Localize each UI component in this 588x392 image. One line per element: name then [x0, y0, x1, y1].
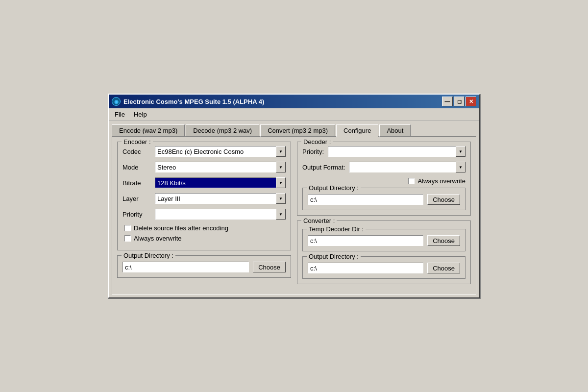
encoder-priority-select-wrapper: ▼ [155, 209, 286, 220]
temp-dir-input[interactable] [308, 235, 423, 246]
restore-button[interactable]: ◻ [454, 97, 465, 106]
right-panel: Decoder : Priority: ▼ Output Format: [297, 142, 471, 289]
encoder-group-label: Encoder : [122, 138, 153, 146]
converter-choose-button[interactable]: Choose [427, 263, 460, 273]
tab-encode[interactable]: Encode (wav 2 mp3) [112, 124, 185, 137]
encoder-priority-select[interactable] [155, 209, 286, 220]
layer-row: Layer Layer III Layer II Layer I ▼ [122, 193, 286, 204]
decoder-overwrite-row: Always overwrite [302, 177, 466, 185]
close-button[interactable]: ✕ [466, 97, 476, 106]
temp-decoder-dir-label: Temp Decoder Dir : [307, 225, 366, 233]
mode-label: Mode [122, 164, 151, 171]
converter-group-label: Converter : [301, 217, 337, 224]
converter-group: Converter : Temp Decoder Dir : Choose Ou… [297, 220, 471, 284]
codec-select-wrapper: Ec98Enc (c) Electronic Cosmo ▼ [155, 146, 286, 157]
title-bar: ◉ Electronic Cosmo's MPEG Suite 1.5 (ALP… [109, 95, 479, 108]
output-format-row: Output Format: ▼ [302, 162, 466, 172]
decoder-group: Decoder : Priority: ▼ Output Format: [297, 142, 471, 216]
encoder-output-dir-group: Output Directory : Choose [117, 255, 291, 278]
decoder-overwrite-label: Always overwrite [417, 177, 466, 185]
layer-label: Layer [122, 195, 151, 202]
encoder-priority-label: Priority [122, 211, 151, 218]
encoder-dir-input[interactable] [122, 262, 249, 272]
bitrate-label: Bitrate [122, 179, 151, 187]
decoder-overwrite-checkbox[interactable] [408, 178, 415, 184]
encoder-dir-row: Choose [122, 262, 286, 272]
delete-files-checkbox[interactable] [124, 225, 131, 231]
tab-bar: Encode (wav 2 mp3) Decode (mp3 2 wav) Co… [109, 121, 479, 136]
layer-select[interactable]: Layer III Layer II Layer I [155, 193, 286, 204]
temp-choose-button[interactable]: Choose [427, 235, 460, 246]
tab-about[interactable]: About [379, 124, 411, 137]
delete-files-label: Delete source files after encoding [134, 224, 228, 232]
mode-select-wrapper: Stereo Joint Stereo Mono ▼ [155, 162, 286, 172]
mode-select[interactable]: Stereo Joint Stereo Mono [155, 162, 286, 172]
bitrate-select-wrapper: 128 Kbit/s ▼ [155, 177, 286, 188]
encoder-overwrite-label: Always overwrite [134, 235, 182, 242]
converter-output-dir-label: Output Directory : [307, 253, 361, 260]
window-title: Electronic Cosmo's MPEG Suite 1.5 (ALPHA… [123, 98, 264, 105]
temp-decoder-dir-group: Temp Decoder Dir : Choose [302, 229, 466, 251]
decoder-priority-row: Priority: ▼ [302, 146, 466, 157]
app-icon: ◉ [112, 97, 121, 106]
decoder-output-dir-group: Output Directory : Choose [302, 188, 466, 210]
codec-select[interactable]: Ec98Enc (c) Electronic Cosmo [155, 146, 286, 157]
decoder-priority-label: Priority: [302, 148, 324, 155]
menu-file[interactable]: File [111, 110, 129, 119]
tab-decode[interactable]: Decode (mp3 2 wav) [186, 124, 259, 137]
decoder-dir-input[interactable] [308, 194, 423, 205]
decoder-output-dir-label: Output Directory : [307, 184, 361, 192]
converter-dir-row: Choose [308, 263, 460, 273]
codec-row: Codec Ec98Enc (c) Electronic Cosmo ▼ [122, 146, 286, 157]
title-buttons: — ◻ ✕ [442, 97, 476, 106]
encoder-priority-row: Priority ▼ [122, 209, 286, 220]
menu-help[interactable]: Help [130, 110, 151, 119]
decoder-choose-button[interactable]: Choose [427, 194, 460, 205]
bitrate-row: Bitrate 128 Kbit/s ▼ [122, 177, 286, 188]
encoder-overwrite-row: Always overwrite [124, 235, 286, 242]
encoder-panel: Encoder : Codec Ec98Enc (c) Electronic C… [117, 142, 291, 289]
menu-bar: File Help [109, 108, 479, 121]
encoder-choose-button[interactable]: Choose [253, 262, 286, 272]
output-format-select-wrapper: ▼ [349, 162, 466, 172]
minimize-button[interactable]: — [442, 97, 453, 106]
converter-output-dir-group: Output Directory : Choose [302, 256, 466, 279]
temp-dir-row: Choose [308, 235, 460, 246]
mode-row: Mode Stereo Joint Stereo Mono ▼ [122, 162, 286, 172]
content-area: Encoder : Codec Ec98Enc (c) Electronic C… [112, 136, 476, 294]
decoder-dir-row: Choose [308, 194, 460, 205]
encoder-group: Encoder : Codec Ec98Enc (c) Electronic C… [117, 142, 291, 250]
tab-convert[interactable]: Convert (mp3 2 mp3) [260, 124, 335, 137]
layer-select-wrapper: Layer III Layer II Layer I ▼ [155, 193, 286, 204]
decoder-priority-select[interactable] [328, 146, 466, 157]
tab-configure[interactable]: Configure [336, 124, 378, 137]
converter-dir-input[interactable] [308, 263, 423, 273]
output-format-label: Output Format: [302, 164, 345, 171]
decoder-group-label: Decoder : [301, 138, 333, 146]
bitrate-select[interactable]: 128 Kbit/s [155, 177, 286, 188]
codec-label: Codec [122, 148, 151, 155]
decoder-priority-select-wrapper: ▼ [328, 146, 466, 157]
delete-files-row: Delete source files after encoding [124, 224, 286, 232]
main-window: ◉ Electronic Cosmo's MPEG Suite 1.5 (ALP… [108, 94, 480, 298]
output-format-select[interactable] [349, 162, 466, 172]
encoder-overwrite-checkbox[interactable] [124, 235, 131, 242]
encoder-output-dir-label: Output Directory : [122, 252, 175, 259]
